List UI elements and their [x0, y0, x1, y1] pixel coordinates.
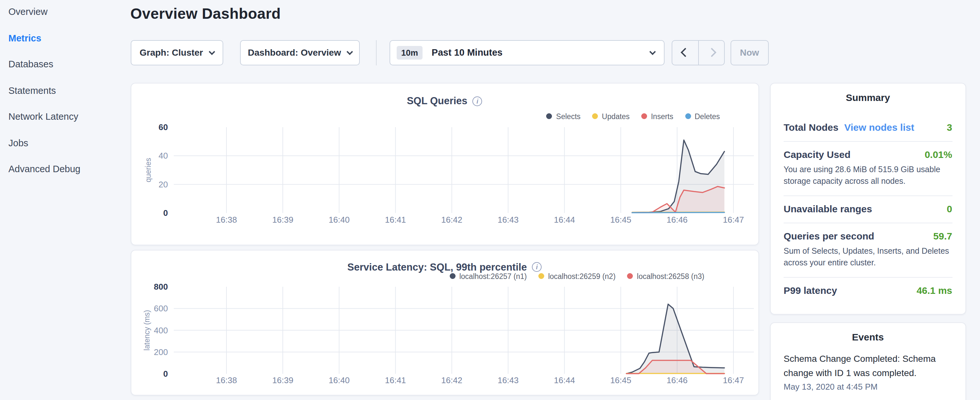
- event-message: Schema Change Completed: Schema change w…: [784, 351, 952, 379]
- event-timestamp: May 13, 2020 at 4:45 PM: [784, 382, 952, 391]
- summary-row-value: 46.1 ms: [916, 285, 952, 296]
- sidebar-nav: OverviewMetricsDatabasesStatementsNetwor…: [0, 0, 123, 182]
- chevron-left-icon: [681, 48, 690, 57]
- sidebar-item-jobs[interactable]: Jobs: [0, 130, 123, 156]
- svg-text:800: 800: [154, 282, 168, 291]
- svg-text:16:47: 16:47: [722, 375, 743, 385]
- svg-text:16:47: 16:47: [722, 215, 743, 224]
- summary-row-capacity-used: Capacity Used0.01%You are using 28.6 MiB…: [784, 142, 952, 196]
- dashboard-dropdown[interactable]: Dashboard: Overview: [240, 40, 360, 65]
- graph-dropdown-label: Graph: Cluster: [140, 47, 203, 57]
- summary-row-label: Total Nodes: [784, 121, 838, 132]
- svg-text:40: 40: [158, 150, 168, 160]
- sql-queries-chart-plot[interactable]: 16:3816:3916:4016:4116:4216:4316:4416:45…: [131, 83, 759, 245]
- summary-row-subtext: You are using 28.6 MiB of 515.9 GiB usab…: [784, 163, 952, 187]
- summary-row-unavailable-ranges: Unavailable ranges0: [784, 196, 952, 223]
- page-title: Overview Dashboard: [130, 5, 281, 23]
- events-title: Events: [771, 323, 965, 342]
- summary-row-main: Queries per second59.7: [784, 230, 952, 241]
- time-range-dropdown[interactable]: 10m Past 10 Minutes: [390, 40, 665, 65]
- svg-text:16:39: 16:39: [272, 215, 293, 224]
- time-step-buttons: [672, 40, 725, 65]
- sql-queries-chart-card: SQL Queries i SelectsUpdatesInsertsDelet…: [130, 83, 759, 245]
- summary-row-label: Unavailable ranges: [784, 203, 872, 214]
- svg-text:16:44: 16:44: [554, 215, 574, 224]
- summary-row-main: Total NodesView nodes list3: [784, 121, 952, 132]
- graph-dropdown[interactable]: Graph: Cluster: [130, 40, 223, 65]
- summary-row-queries-per-second: Queries per second59.7Sum of Selects, Up…: [784, 223, 952, 278]
- sidebar-item-advanced-debug[interactable]: Advanced Debug: [0, 156, 123, 182]
- app-screen: OverviewMetricsDatabasesStatementsNetwor…: [0, 0, 980, 400]
- summary-row-main: P99 latency46.1 ms: [784, 285, 952, 296]
- chevron-down-icon: [347, 48, 353, 55]
- sidebar-item-databases[interactable]: Databases: [0, 51, 123, 77]
- view-nodes-list-link[interactable]: View nodes list: [844, 121, 914, 132]
- svg-text:16:43: 16:43: [497, 215, 518, 224]
- chevron-right-icon: [707, 48, 716, 57]
- chevron-down-icon: [209, 48, 215, 55]
- summary-row-label: Queries per second: [784, 230, 874, 241]
- svg-text:16:46: 16:46: [666, 375, 687, 385]
- summary-row-label: P99 latency: [784, 285, 837, 296]
- svg-text:0: 0: [163, 369, 168, 378]
- svg-text:600: 600: [154, 303, 168, 313]
- summary-row-total-nodes: Total NodesView nodes list3: [784, 114, 952, 142]
- toolbar-divider: [376, 40, 377, 65]
- service-latency-chart-plot[interactable]: 16:3816:3916:4016:4116:4216:4316:4416:45…: [131, 250, 759, 396]
- svg-text:16:46: 16:46: [666, 215, 687, 224]
- svg-text:latency (ms): latency (ms): [142, 310, 151, 350]
- svg-text:16:38: 16:38: [215, 375, 237, 385]
- sidebar-item-statements[interactable]: Statements: [0, 77, 123, 104]
- svg-text:20: 20: [158, 179, 168, 189]
- summary-row-value: 0: [947, 203, 952, 214]
- summary-row-subtext: Sum of Selects, Updates, Inserts, and De…: [784, 245, 952, 269]
- svg-text:0: 0: [163, 208, 168, 217]
- summary-row-value: 59.7: [934, 230, 952, 241]
- time-range-badge: 10m: [397, 46, 423, 59]
- sidebar-item-network-latency[interactable]: Network Latency: [0, 104, 123, 130]
- summary-rows: Total NodesView nodes list3Capacity Used…: [784, 114, 952, 304]
- summary-panel: Summary Total NodesView nodes list3Capac…: [770, 83, 966, 315]
- summary-row-main: Unavailable ranges0: [784, 203, 952, 214]
- svg-text:400: 400: [154, 325, 168, 335]
- service-latency-chart-card: Service Latency: SQL, 99th percentile i …: [130, 250, 759, 395]
- summary-title: Summary: [771, 83, 965, 103]
- events-list: Schema Change Completed: Schema change w…: [771, 351, 965, 391]
- svg-text:60: 60: [158, 122, 168, 132]
- svg-text:16:41: 16:41: [385, 215, 406, 224]
- summary-row-p99-latency: P99 latency46.1 ms: [784, 278, 952, 304]
- sidebar-item-overview[interactable]: Overview: [0, 0, 123, 25]
- chevron-down-icon: [649, 48, 656, 55]
- svg-text:200: 200: [154, 347, 168, 357]
- svg-text:16:40: 16:40: [328, 375, 349, 385]
- events-panel: Events Schema Change Completed: Schema c…: [770, 322, 966, 400]
- time-prev-button[interactable]: [672, 40, 698, 64]
- time-next-button[interactable]: [698, 40, 724, 64]
- svg-text:16:45: 16:45: [610, 375, 631, 385]
- svg-text:16:42: 16:42: [441, 375, 462, 385]
- svg-text:16:43: 16:43: [497, 375, 518, 385]
- svg-text:16:41: 16:41: [385, 375, 406, 385]
- time-range-label: Past 10 Minutes: [431, 47, 503, 57]
- svg-text:16:45: 16:45: [610, 215, 631, 224]
- summary-row-main: Capacity Used0.01%: [784, 148, 952, 159]
- summary-row-value: 0.01%: [925, 148, 952, 159]
- summary-row-label: Capacity Used: [784, 148, 851, 159]
- now-button[interactable]: Now: [730, 40, 768, 65]
- svg-text:16:38: 16:38: [215, 215, 237, 224]
- svg-text:16:44: 16:44: [554, 375, 574, 385]
- svg-text:16:40: 16:40: [328, 215, 349, 224]
- summary-row-value: 3: [947, 121, 952, 132]
- event-list-item[interactable]: Schema Change Completed: Schema change w…: [784, 351, 952, 391]
- dashboard-dropdown-label: Dashboard: Overview: [248, 47, 341, 57]
- svg-text:queries: queries: [144, 158, 152, 182]
- svg-text:16:39: 16:39: [272, 375, 293, 385]
- toolbar: Graph: Cluster Dashboard: Overview 10m P…: [130, 40, 768, 65]
- svg-text:16:42: 16:42: [441, 215, 462, 224]
- sidebar-item-metrics[interactable]: Metrics: [0, 25, 123, 51]
